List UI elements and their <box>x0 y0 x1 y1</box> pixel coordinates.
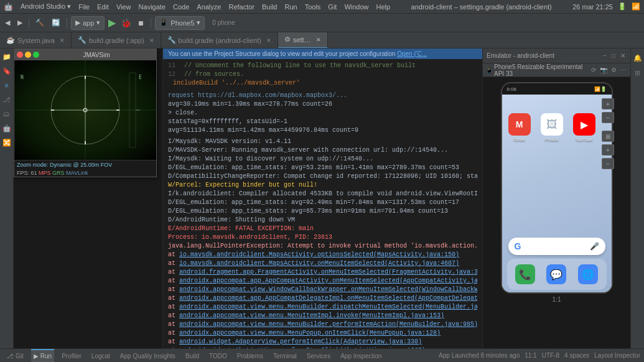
log-line: D/EGL_emulation: app_time_stats: avg=53.… <box>168 164 477 172</box>
git-icon[interactable]: ⎇ <box>0 93 14 106</box>
battery-icon: 🔋 <box>618 2 627 11</box>
menu-git[interactable]: Git <box>328 3 337 11</box>
bottom-tab-git[interactable]: ⎇ Git <box>4 349 26 363</box>
close-tab-icon[interactable]: ✕ <box>149 37 154 44</box>
bottom-tab-build[interactable]: Build <box>183 349 202 363</box>
gradle-icon: 🔧 <box>167 36 176 44</box>
menu-view[interactable]: View <box>116 3 131 11</box>
window-title: android-client – settings.gradle (androi… <box>390 3 572 11</box>
dock-phone-icon[interactable]: 📞 <box>515 264 535 284</box>
layout-inspector-icon[interactable]: ⊞ <box>631 66 645 80</box>
log-info-bar: You can use the Project Structure dialog… <box>163 49 482 59</box>
android-icon[interactable]: 🤖 <box>0 121 14 135</box>
menu-run[interactable]: Run <box>284 3 297 11</box>
project-icon[interactable]: 📁 <box>0 50 14 63</box>
emulator-panel: Emulator - android-client − □ ✕ 📱 Phone5… <box>482 49 630 348</box>
menu-help[interactable]: Help <box>376 3 391 11</box>
run-button[interactable]: ▶ <box>107 17 117 29</box>
layout-inspector-btn[interactable]: Layout Inspector <box>594 352 640 359</box>
menu-window[interactable]: Window <box>344 3 368 11</box>
app-icon: ▶ <box>75 19 80 27</box>
tab-label: build.gradle (:app) <box>89 37 144 44</box>
editor-tab-bar: ☕ System.java ✕ 🔧 build.gradle (:app) ✕ … <box>0 32 644 49</box>
structure-icon[interactable]: ≡ <box>0 78 14 92</box>
tab-build-gradle-client[interactable]: 🔧 build.gradle (android-client) ✕ <box>161 32 278 49</box>
menu-file[interactable]: File <box>78 3 90 11</box>
stop-button[interactable]: ⏹ <box>135 18 147 28</box>
bottom-tab-run[interactable]: ▶ Run <box>31 349 54 363</box>
build-button[interactable]: 🔨 <box>33 17 47 28</box>
device-selector[interactable]: 📱 Phone5 ▾ <box>155 16 205 30</box>
app-icon-gmail[interactable]: M Gmail <box>508 113 531 142</box>
emulator-title: Emulator - android-client <box>487 52 554 59</box>
emu-settings-btn[interactable]: ⚙ <box>610 66 618 74</box>
dock-browser-icon[interactable]: 🌐 <box>578 264 598 284</box>
phone-apps-grid: M Gmail 🖼 Photos <box>508 113 605 142</box>
app-selector[interactable]: ▶ app ▾ <box>71 16 105 30</box>
tab-build-gradle-app[interactable]: 🔧 build.gradle (:app) ✕ <box>72 32 161 49</box>
log-line-exception: at androidx.appcompat.view.menu.MenuBuil… <box>168 303 477 312</box>
window-min-btn[interactable] <box>25 52 31 58</box>
jmavsim-window: JMAVSim <box>14 49 157 177</box>
volume-down-btn[interactable]: − <box>602 112 614 123</box>
bottom-tab-logcat[interactable]: Logcat <box>89 349 113 363</box>
resource-manager-icon[interactable]: 🗂 <box>0 107 14 121</box>
menu-tools[interactable]: Tools <box>305 3 321 11</box>
menu-analyze[interactable]: Analyze <box>197 3 221 11</box>
emulator-minimize-btn[interactable]: − <box>602 52 608 60</box>
log-line-exception: at io.mavsdk.androidclient.MapsActivity.… <box>168 259 477 268</box>
android-studio-menu[interactable]: Android Studio ▾ <box>21 2 71 11</box>
info-link[interactable]: Open ('C... <box>397 50 427 57</box>
notifications-icon[interactable]: 🔔 <box>631 51 645 65</box>
dock-messages-icon[interactable]: 💬 <box>546 264 566 284</box>
window-max-btn[interactable] <box>33 52 39 58</box>
phone-search-bar[interactable]: G 🎤 <box>508 238 605 255</box>
search-mic-icon[interactable]: 🎤 <box>590 242 599 251</box>
sync-button[interactable]: 🔄 <box>49 17 63 28</box>
bottom-tab-profiler[interactable]: Profiler <box>59 349 84 363</box>
menu-code[interactable]: Code <box>173 3 189 11</box>
close-tab-icon[interactable]: ✕ <box>266 37 271 44</box>
emu-rotate-btn[interactable]: ⟳ <box>590 66 597 74</box>
close-tab-icon[interactable]: ✕ <box>316 37 321 43</box>
build-variants-icon[interactable]: 🔀 <box>0 136 14 149</box>
emulator-close-btn[interactable]: ✕ <box>619 52 627 60</box>
back-button[interactable]: ◀ <box>2 17 12 28</box>
zoom-in-btn[interactable]: + <box>602 144 614 155</box>
phone-screen[interactable]: M Gmail 🖼 Photos <box>502 95 612 292</box>
debug-button[interactable]: 🐞 <box>119 18 133 28</box>
zoom-fit-btn[interactable]: ⊞ <box>602 131 614 142</box>
menu-refactor[interactable]: Refactor <box>228 3 254 11</box>
tab-system-java[interactable]: ☕ System.java ✕ <box>0 32 72 49</box>
bottom-tab-app-inspection[interactable]: App Inspection <box>338 349 384 363</box>
emulator-maximize-btn[interactable]: □ <box>610 52 617 60</box>
log-line: 12 // from sources. <box>168 70 477 79</box>
window-close-btn[interactable] <box>17 52 23 58</box>
zoom-out-btn[interactable]: − <box>602 158 614 169</box>
forward-button[interactable]: ▶ <box>15 17 25 28</box>
close-tab-icon[interactable]: ✕ <box>60 37 65 44</box>
emu-screenshot-btn[interactable]: 📷 <box>599 66 609 74</box>
bookmarks-icon[interactable]: 🔖 <box>0 64 14 78</box>
main-toolbar: ◀ ▶ 🔨 🔄 ▶ app ▾ ▶ 🐞 ⏹ 📱 Phone5 ▾ 0 phone <box>0 14 644 32</box>
top-bar-right: 26 mar 21:25 🔋 📶 <box>572 2 640 11</box>
app-icon-photos[interactable]: 🖼 Photos <box>541 113 563 142</box>
bottom-tab-terminal[interactable]: Terminal <box>271 349 299 363</box>
menu-build[interactable]: Build <box>262 3 277 11</box>
bottom-tab-problems[interactable]: Problems <box>235 349 266 363</box>
app-icon-youtube[interactable]: ▶ YouTube <box>573 113 595 142</box>
emu-more-btn[interactable]: ⋯ <box>619 66 628 74</box>
volume-up-btn[interactable]: + <box>602 98 614 109</box>
menu-navigate[interactable]: Navigate <box>139 3 166 11</box>
bottom-tab-services[interactable]: Services <box>304 349 333 363</box>
device-dropdown-icon: ▾ <box>197 19 200 27</box>
bottom-tab-app-quality[interactable]: App Quality Insights <box>118 349 178 363</box>
log-line-exception: at androidx.appcompat.app.AppCompatActiv… <box>168 277 477 285</box>
phone-count: 0 phone <box>212 19 235 26</box>
bottom-tab-todo[interactable]: TODO <box>207 349 230 363</box>
tab-settings[interactable]: ⚙ sett… ✕ <box>278 32 328 49</box>
content-area: JMAVSim <box>14 49 644 348</box>
menu-edit[interactable]: Edit <box>97 3 109 11</box>
log-content[interactable]: 11 // Uncomment the following line to us… <box>163 59 482 348</box>
photos-label: Photos <box>545 137 559 142</box>
